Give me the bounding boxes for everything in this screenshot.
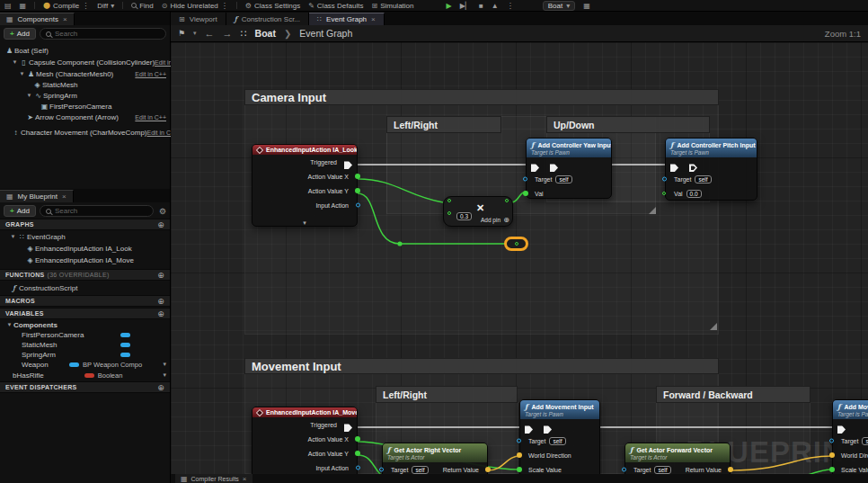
section-macros[interactable]: MACROS ⊕ bbox=[0, 295, 170, 307]
exec-output-pin[interactable] bbox=[544, 425, 552, 434]
add-dispatcher-icon[interactable]: ⊕ bbox=[157, 383, 164, 392]
section-graphs[interactable]: GRAPHS ⊕ bbox=[0, 219, 170, 230]
diff-button[interactable]: Diff ▾ bbox=[97, 2, 114, 10]
scale-value-input-pin[interactable] bbox=[517, 467, 522, 472]
debug-object-dropdown[interactable]: Boat ▾ bbox=[543, 1, 575, 11]
chevron-down-icon[interactable]: ▾ bbox=[303, 219, 306, 226]
component-row-boat-self[interactable]: ♟ Boat (Self) bbox=[0, 45, 170, 56]
hide-unrelated-options-icon[interactable]: ⋮ bbox=[221, 2, 228, 10]
val-input-pin[interactable] bbox=[662, 192, 666, 195]
close-icon[interactable]: × bbox=[371, 15, 376, 23]
event-graph-canvas[interactable]: Camera Input Left/Right Up/Down Movement… bbox=[171, 42, 868, 474]
node-add-movement-input-lr[interactable]: ƒ Add Movement Input Target is Pawn Targ… bbox=[519, 399, 600, 474]
forward-button[interactable]: → bbox=[223, 28, 233, 39]
exec-output-pin[interactable] bbox=[689, 164, 697, 172]
eject-button[interactable]: ▲ bbox=[492, 2, 499, 10]
content-browser-icon[interactable]: ▦ bbox=[20, 2, 27, 10]
graph-row-ia-look[interactable]: ◈ EnhancedInputAction IA_Look bbox=[0, 243, 170, 254]
target-input-pin[interactable] bbox=[622, 468, 626, 472]
multiply-input-pin-a[interactable] bbox=[447, 199, 451, 202]
add-function-icon[interactable]: ⊕ bbox=[157, 271, 164, 280]
target-value-box[interactable]: self bbox=[555, 175, 571, 183]
vector-output-pin[interactable] bbox=[485, 467, 491, 472]
val-value-box[interactable]: 0.0 bbox=[686, 190, 702, 198]
float-output-pin[interactable] bbox=[355, 436, 360, 442]
section-functions[interactable]: FUNCTIONS (36 OVERRIDABLE) ⊕ bbox=[0, 269, 170, 281]
reroute-node-selected[interactable] bbox=[504, 237, 528, 251]
reroute-pin[interactable] bbox=[515, 242, 518, 246]
tab-compiler-results[interactable]: ▦ Compiler Results × bbox=[175, 474, 252, 483]
hide-unrelated-button[interactable]: ⊙ Hide Unrelated ⋮ bbox=[162, 2, 228, 10]
node-ia-look[interactable]: EnhancedInputAction IA_Look Triggered Ac… bbox=[252, 144, 358, 227]
object-output-pin[interactable] bbox=[356, 466, 360, 470]
node-add-movement-input-fb[interactable]: ƒ Add Movement Input Target is Pawn Targ… bbox=[832, 399, 868, 474]
class-settings-button[interactable]: ⚙ Class Settings bbox=[245, 2, 300, 10]
multiply-value-box[interactable]: 0.3 bbox=[456, 212, 472, 220]
chevron-down-icon[interactable]: ▾ bbox=[163, 371, 166, 379]
exec-input-pin[interactable] bbox=[525, 425, 533, 434]
target-input-pin[interactable] bbox=[379, 468, 384, 472]
target-value-box[interactable]: self bbox=[654, 466, 670, 474]
back-button[interactable]: ← bbox=[205, 28, 215, 39]
graph-row-ia-move[interactable]: ◈ EnhancedInputAction IA_Move bbox=[0, 255, 170, 265]
node-multiply[interactable]: 0.3 ✕ Add pin ⊕ bbox=[443, 196, 513, 227]
comment-move-left-right[interactable]: Left/Right bbox=[376, 386, 518, 403]
simulation-button[interactable]: ⊞ Simulation bbox=[371, 2, 413, 10]
components-search-input[interactable]: Search bbox=[40, 28, 166, 40]
object-output-pin[interactable] bbox=[356, 203, 360, 208]
node-get-actor-right-vector[interactable]: ƒ Get Actor Right Vector Target is Actor… bbox=[382, 443, 488, 474]
variable-row-weapon[interactable]: Weapon BP Weapon Compo ▾ bbox=[0, 359, 170, 370]
browse-to-asset-icon[interactable]: ▦ bbox=[583, 2, 590, 10]
compile-button[interactable]: ⬤ Compile ⋮ bbox=[43, 2, 89, 10]
function-row-constructionscript[interactable]: ƒ ConstructionScript bbox=[0, 282, 170, 293]
add-variable-icon[interactable]: ⊕ bbox=[157, 309, 164, 318]
add-pin-label[interactable]: Add pin bbox=[481, 217, 500, 223]
component-row-springarm[interactable]: ▼ ∿ SpringArm bbox=[0, 90, 170, 101]
expander-icon[interactable]: ▼ bbox=[5, 322, 13, 327]
float-output-pin[interactable] bbox=[355, 174, 360, 179]
exec-input-pin[interactable] bbox=[531, 164, 539, 172]
compile-options-icon[interactable]: ⋮ bbox=[82, 2, 89, 10]
graph-row-eventgraph[interactable]: ▼ ∷ EventGraph bbox=[0, 231, 170, 242]
add-component-button[interactable]: + Add bbox=[4, 28, 36, 40]
component-row-firstpersoncamera[interactable]: ▣ FirstPersonCamera bbox=[0, 101, 170, 112]
comment-forward-backward[interactable]: Forward / Backward bbox=[656, 386, 810, 403]
add-pin-icon[interactable]: ⊕ bbox=[503, 216, 509, 224]
node-get-actor-forward-vector[interactable]: ƒ Get Actor Forward Vector Target is Act… bbox=[624, 443, 731, 474]
variable-row-bhasrifle[interactable]: bHasRifle Boolean ▾ bbox=[0, 370, 170, 380]
breadcrumb-root[interactable]: Boat bbox=[255, 28, 276, 39]
comment-up-down[interactable]: Up/Down bbox=[546, 116, 710, 133]
val-input-pin[interactable] bbox=[523, 191, 528, 196]
target-value-box[interactable]: self bbox=[549, 437, 565, 445]
world-direction-input-pin[interactable] bbox=[829, 452, 835, 458]
frame-skip-button[interactable]: ▶▏ bbox=[460, 2, 471, 10]
bookmark-icon[interactable]: ⚑ bbox=[178, 29, 185, 38]
target-value-box[interactable]: self bbox=[695, 175, 711, 183]
comment-camera-input[interactable]: Camera Input bbox=[244, 89, 719, 105]
float-output-pin[interactable] bbox=[355, 451, 360, 456]
close-icon[interactable]: × bbox=[62, 192, 66, 201]
tab-my-blueprint[interactable]: ▦ My Blueprint × bbox=[0, 190, 74, 202]
comment-cam-left-right[interactable]: Left/Right bbox=[386, 116, 501, 133]
find-button[interactable]: Find bbox=[131, 2, 154, 10]
close-icon[interactable]: × bbox=[243, 475, 247, 483]
node-add-controller-yaw[interactable]: ƒ Add Controller Yaw Input Target is Paw… bbox=[526, 138, 612, 199]
comment-resize-handle[interactable] bbox=[710, 323, 717, 330]
target-value-box[interactable]: self bbox=[862, 437, 868, 445]
edit-in-cpp-link[interactable]: Edit in C++ bbox=[135, 71, 166, 77]
exec-output-pin[interactable] bbox=[344, 424, 352, 432]
tab-viewport[interactable]: ⊞ Viewport bbox=[171, 13, 226, 25]
exec-input-pin[interactable] bbox=[670, 164, 678, 172]
save-icon[interactable]: ▤ bbox=[4, 2, 12, 10]
expander-icon[interactable]: ▼ bbox=[25, 93, 33, 98]
breadcrumb-current[interactable]: Event Graph bbox=[299, 28, 352, 39]
expander-icon[interactable]: ▼ bbox=[18, 71, 26, 76]
component-row-staticmesh[interactable]: ◈ StaticMesh bbox=[0, 79, 170, 90]
target-input-pin[interactable] bbox=[662, 177, 667, 182]
world-direction-input-pin[interactable] bbox=[517, 452, 522, 458]
stop-button[interactable]: ■ bbox=[479, 2, 483, 10]
my-blueprint-search-input[interactable]: Search bbox=[40, 205, 154, 217]
target-value-box[interactable]: self bbox=[412, 466, 428, 474]
add-blueprint-item-button[interactable]: + Add bbox=[4, 205, 36, 217]
target-input-pin[interactable] bbox=[517, 439, 521, 443]
